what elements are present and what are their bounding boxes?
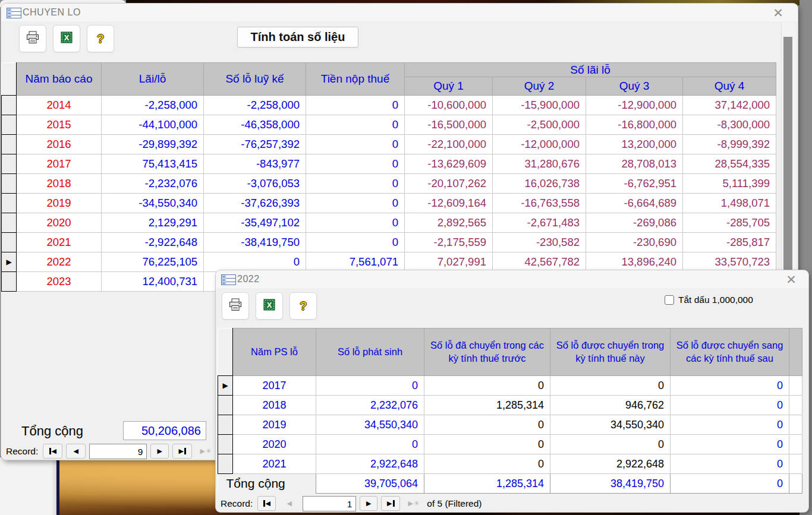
cell-profit[interactable]: -44,100,000 bbox=[102, 115, 204, 135]
cell-loss-incurred[interactable]: 2,232,076 bbox=[316, 396, 424, 415]
cell-cum[interactable]: -3,076,053 bbox=[204, 174, 306, 194]
cell-q3[interactable]: -16,800,000 bbox=[586, 115, 683, 135]
previous-record-button[interactable]: ◀ bbox=[66, 444, 86, 459]
cell-q2[interactable]: -2,500,000 bbox=[493, 115, 586, 135]
cell-loss-current[interactable]: 946,762 bbox=[550, 396, 671, 415]
main-titlebar[interactable]: CHUYEN LO ✕ bbox=[1, 4, 798, 21]
col-header-loss-carried-future[interactable]: Số lỗ được chuyển sang các kỳ tính thuế … bbox=[671, 328, 789, 376]
record-number-input[interactable]: 1 bbox=[303, 496, 356, 511]
cell-cum[interactable]: 0 bbox=[204, 252, 306, 272]
cell-q3[interactable]: -230,690 bbox=[586, 233, 683, 252]
row-selector[interactable] bbox=[2, 213, 17, 233]
cell-q2[interactable]: 31,280,676 bbox=[493, 154, 586, 174]
cell-loss-incurred[interactable]: 34,550,340 bbox=[316, 415, 424, 435]
row-selector[interactable] bbox=[2, 174, 17, 194]
cell-year[interactable]: 2019 bbox=[233, 415, 316, 435]
cell-year[interactable]: 2016 bbox=[17, 135, 102, 154]
col-header-profit[interactable]: Lãi/lỗ bbox=[102, 63, 204, 96]
new-record-button[interactable]: ▶✳ bbox=[404, 496, 423, 511]
export-excel-button[interactable]: X bbox=[53, 25, 80, 52]
current-record-arrow-icon[interactable]: ▶ bbox=[2, 252, 17, 272]
cell-profit[interactable]: -2,922,648 bbox=[102, 233, 204, 252]
cell-year[interactable]: 2022 bbox=[17, 252, 102, 272]
cell-loss-prior[interactable]: 1,285,314 bbox=[424, 396, 550, 415]
main-close-icon[interactable]: ✕ bbox=[770, 5, 786, 21]
cell-q4[interactable]: 28,554,335 bbox=[683, 154, 776, 174]
cell-loss-incurred[interactable]: 0 bbox=[316, 376, 424, 396]
cell-q4[interactable]: 37,142,000 bbox=[683, 96, 776, 115]
cell-profit[interactable]: -2,232,076 bbox=[102, 174, 204, 194]
row-selector[interactable] bbox=[2, 154, 17, 174]
row-selector[interactable] bbox=[2, 115, 17, 135]
cell-year[interactable]: 2014 bbox=[17, 96, 102, 115]
scrollbar-thumb[interactable] bbox=[783, 37, 792, 273]
cell-q4[interactable]: 5,111,399 bbox=[683, 174, 776, 194]
col-header-tax[interactable]: Tiền nộp thuế bbox=[306, 63, 405, 96]
cell-profit[interactable]: 2,129,291 bbox=[102, 213, 204, 233]
cell-q2[interactable]: -16,763,558 bbox=[493, 194, 586, 213]
cell-year[interactable]: 2015 bbox=[17, 115, 102, 135]
cell-loss-prior[interactable]: 0 bbox=[424, 376, 550, 396]
first-record-button[interactable]: ◀ bbox=[257, 496, 276, 511]
cell-profit[interactable]: -2,258,000 bbox=[102, 96, 204, 115]
first-record-button[interactable]: ◀ bbox=[43, 444, 62, 459]
cell-loss-future[interactable]: 0 bbox=[671, 376, 789, 396]
cell-year[interactable]: 2023 bbox=[17, 272, 102, 292]
cell-q4[interactable]: -285,705 bbox=[683, 213, 776, 233]
cell-q1[interactable]: -22,100,000 bbox=[405, 135, 493, 154]
cell-loss-incurred[interactable]: 0 bbox=[316, 435, 424, 454]
cell-cum[interactable]: -35,497,102 bbox=[204, 213, 306, 233]
cell-cum[interactable]: -2,258,000 bbox=[204, 96, 306, 115]
cell-tax[interactable]: 0 bbox=[306, 135, 405, 154]
cell-cum[interactable]: -38,419,750 bbox=[204, 233, 306, 252]
cell-loss-future[interactable]: 0 bbox=[671, 415, 789, 435]
cell-loss-future[interactable]: 0 bbox=[671, 396, 789, 415]
cell-tax[interactable]: 0 bbox=[306, 115, 405, 135]
cell-year[interactable]: 2021 bbox=[233, 454, 316, 474]
cell-cum[interactable]: -76,257,392 bbox=[204, 135, 306, 154]
cell-year[interactable]: 2019 bbox=[17, 194, 102, 213]
cell-loss-prior[interactable]: 0 bbox=[424, 454, 550, 474]
cell-year[interactable]: 2020 bbox=[233, 435, 316, 454]
cell-q4[interactable]: -285,817 bbox=[683, 233, 776, 252]
row-selector[interactable] bbox=[2, 96, 17, 115]
cell-q2[interactable]: 42,567,782 bbox=[493, 252, 586, 272]
col-header-year[interactable]: Năm báo cáo bbox=[17, 63, 102, 96]
cell-q2[interactable]: -2,671,483 bbox=[493, 213, 586, 233]
cell-year[interactable]: 2018 bbox=[17, 174, 102, 194]
cell-cum[interactable]: -843,977 bbox=[204, 154, 306, 174]
cell-q4[interactable]: 33,570,723 bbox=[683, 252, 776, 272]
cell-profit[interactable]: 76,225,105 bbox=[102, 252, 204, 272]
col-header-loss-carried-prior[interactable]: Số lỗ đã chuyển trong các kỳ tính thuế t… bbox=[424, 328, 550, 376]
previous-record-button[interactable]: ◀ bbox=[279, 496, 299, 511]
print-button[interactable] bbox=[222, 292, 249, 320]
cell-q2[interactable]: -230,582 bbox=[493, 233, 586, 252]
cell-cum[interactable]: -37,626,393 bbox=[204, 194, 306, 213]
cell-q3[interactable]: 28,708,013 bbox=[586, 154, 683, 174]
row-selector[interactable] bbox=[218, 415, 233, 435]
col-header-q3[interactable]: Quý 3 bbox=[586, 77, 683, 96]
cell-q4[interactable]: 1,498,071 bbox=[683, 194, 776, 213]
current-record-arrow-icon[interactable]: ▶ bbox=[218, 376, 233, 396]
cell-profit[interactable]: -29,899,392 bbox=[102, 135, 204, 154]
cell-loss-future[interactable]: 0 bbox=[671, 454, 789, 474]
cell-loss-current[interactable]: 0 bbox=[550, 435, 671, 454]
cell-loss-prior[interactable]: 0 bbox=[424, 415, 550, 435]
cell-loss-prior[interactable]: 0 bbox=[424, 435, 550, 454]
cell-q3[interactable]: 13,896,240 bbox=[586, 252, 683, 272]
col-header-loss-incurred[interactable]: Số lỗ phát sinh bbox=[316, 328, 424, 376]
row-selector[interactable] bbox=[2, 233, 17, 252]
cell-tax[interactable]: 0 bbox=[306, 213, 405, 233]
child-close-icon[interactable]: ✕ bbox=[783, 272, 799, 287]
cell-tax[interactable]: 0 bbox=[306, 194, 405, 213]
cell-year[interactable]: 2017 bbox=[233, 376, 316, 396]
cell-tax[interactable]: 0 bbox=[306, 174, 405, 194]
last-record-button[interactable]: ▶ bbox=[381, 496, 400, 511]
cell-q3[interactable]: -6,762,951 bbox=[586, 174, 683, 194]
cell-q1[interactable]: -20,107,262 bbox=[405, 174, 493, 194]
row-selector[interactable] bbox=[2, 194, 17, 213]
col-header-year[interactable]: Năm PS lỗ bbox=[233, 328, 316, 376]
cell-q3[interactable]: -6,664,689 bbox=[586, 194, 683, 213]
cell-loss-incurred[interactable]: 2,922,648 bbox=[316, 454, 424, 474]
last-record-button[interactable]: ▶ bbox=[172, 444, 192, 459]
